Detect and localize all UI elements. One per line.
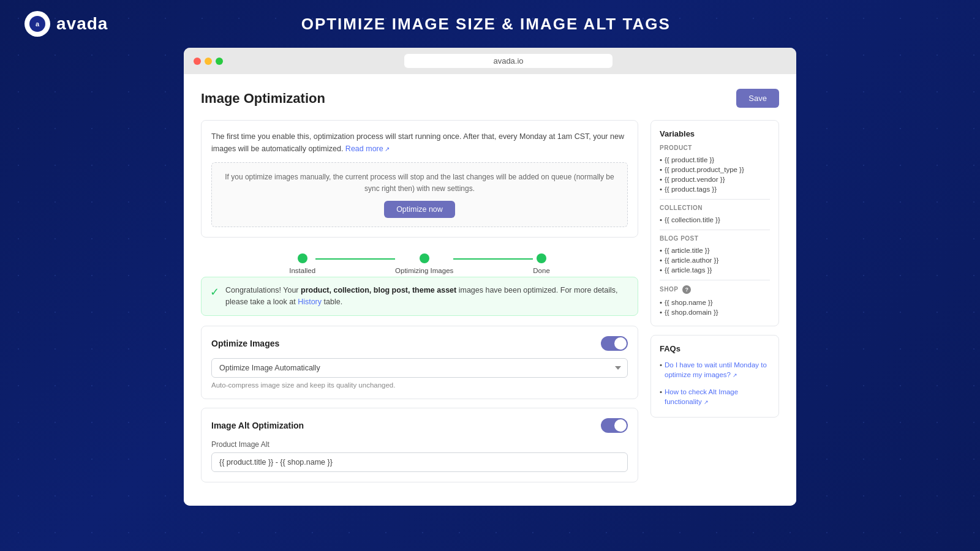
info-box: The first time you enable this, optimiza…	[201, 120, 638, 238]
step-line-2	[453, 258, 533, 260]
var-article-tags: {{ article.tags }}	[660, 265, 770, 275]
step-done: Done	[533, 253, 550, 274]
header: a avada OPTIMIZE IMAGE SIZE & IMAGE ALT …	[0, 0, 980, 48]
category-product: PRODUCT	[660, 144, 770, 151]
faq-item-1[interactable]: Do I have to wait until Monday to optimi…	[660, 358, 770, 381]
var-product-vendor: {{ product.vendor }}	[660, 174, 770, 184]
save-button[interactable]: Save	[736, 89, 779, 108]
faqs-box: FAQs Do I have to wait until Monday to o…	[650, 335, 779, 418]
close-dot[interactable]	[194, 58, 201, 65]
info-description: The first time you enable this, optimiza…	[211, 130, 628, 155]
step-line-1	[315, 258, 395, 260]
browser-dots	[194, 58, 223, 65]
maximize-dot[interactable]	[216, 58, 223, 65]
var-article-title: {{ article.title }}	[660, 246, 770, 255]
history-link[interactable]: History	[298, 298, 322, 306]
divider-1	[660, 199, 770, 200]
browser-window: avada.io Image Optimization Save The fir…	[184, 48, 796, 506]
category-collection: COLLECTION	[660, 204, 770, 211]
optimize-images-header: Optimize Images	[211, 336, 628, 351]
step-optimizing: Optimizing Images	[395, 253, 453, 274]
header-title: OPTIMIZE IMAGE SIZE & IMAGE ALT TAGS	[108, 15, 864, 34]
variables-title: Variables	[660, 129, 770, 138]
divider-2	[660, 230, 770, 230]
info-box-inner: If you optimize images manually, the cur…	[211, 162, 628, 227]
browser-bar: avada.io	[184, 48, 796, 74]
var-shop-domain: {{ shop.domain }}	[660, 307, 770, 317]
var-shop-name: {{ shop.name }}	[660, 298, 770, 307]
success-icon: ✓	[210, 285, 219, 299]
success-text: Congratulations! Your product, collectio…	[225, 285, 629, 308]
var-product-type: {{ product.product_type }}	[660, 165, 770, 174]
main-panel: The first time you enable this, optimiza…	[201, 120, 638, 491]
image-alt-header: Image Alt Optimization	[211, 418, 628, 433]
step-label-optimizing: Optimizing Images	[395, 267, 453, 274]
divider-3	[660, 280, 770, 280]
image-alt-title: Image Alt Optimization	[211, 421, 304, 430]
var-collection-title: {{ collection.title }}	[660, 215, 770, 225]
faqs-title: FAQs	[660, 344, 770, 353]
optimize-images-card: Optimize Images Optimize Image Automatic…	[201, 326, 638, 399]
minimize-dot[interactable]	[205, 58, 212, 65]
content-layout: The first time you enable this, optimiza…	[201, 120, 779, 491]
faq-item-2[interactable]: How to check Alt Image functionality ↗	[660, 385, 770, 408]
optimize-now-button[interactable]: Optimize now	[384, 201, 455, 218]
image-alt-card: Image Alt Optimization Product Image Alt…	[201, 408, 638, 482]
browser-content: Image Optimization Save The first time y…	[184, 74, 796, 506]
svg-text:a: a	[36, 20, 40, 28]
step-dot-done	[537, 253, 546, 263]
step-label-done: Done	[533, 267, 550, 274]
read-more-link[interactable]: Read more	[345, 144, 390, 153]
step-dot-installed	[298, 253, 307, 263]
logo-text: avada	[56, 14, 108, 34]
url-bar[interactable]: avada.io	[404, 54, 612, 68]
var-product-title: {{ product.title }}	[660, 155, 770, 165]
sidebar-panel: Variables PRODUCT {{ product.title }} {{…	[650, 120, 779, 491]
category-shop: SHOP ?	[660, 285, 770, 294]
optimize-images-hint: Auto-compress image size and keep its qu…	[211, 381, 628, 389]
variables-box: Variables PRODUCT {{ product.title }} {{…	[650, 120, 779, 326]
step-label-installed: Installed	[289, 267, 315, 274]
success-box: ✓ Congratulations! Your product, collect…	[201, 277, 638, 316]
optimize-images-select[interactable]: Optimize Image AutomaticallyManual	[211, 358, 628, 378]
category-blog-post: BLOG POST	[660, 235, 770, 242]
optimize-images-title: Optimize Images	[211, 339, 279, 348]
page-title: Image Optimization	[201, 91, 325, 107]
var-product-tags: {{ product.tags }}	[660, 184, 770, 194]
step-installed: Installed	[289, 253, 315, 274]
inner-notice: If you optimize images manually, the cur…	[221, 171, 619, 195]
page-header: Image Optimization Save	[201, 89, 779, 108]
logo-icon: a	[24, 11, 50, 37]
product-image-alt-input[interactable]: {{ product.title }} - {{ shop.name }}	[211, 452, 628, 472]
image-alt-toggle[interactable]	[601, 418, 628, 433]
progress-section: Installed Optimizing Images Done	[201, 247, 638, 277]
step-dot-optimizing	[420, 253, 429, 263]
logo-area: a avada	[24, 11, 108, 37]
product-image-alt-label: Product Image Alt	[211, 440, 628, 449]
optimize-images-toggle[interactable]	[601, 336, 628, 351]
shop-help-icon[interactable]: ?	[682, 285, 691, 294]
var-article-author: {{ article.author }}	[660, 255, 770, 265]
